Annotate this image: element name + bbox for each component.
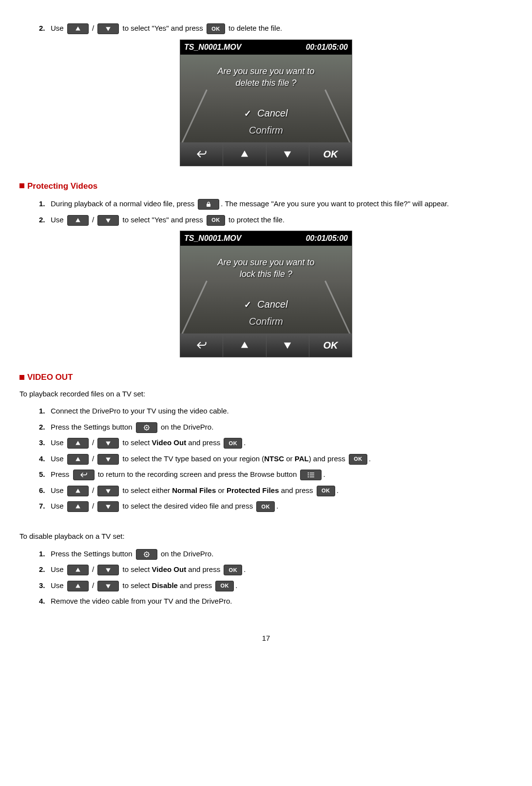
disable-step-1: 1. Press the Settings button on the Driv… — [39, 547, 513, 561]
vo-step-6: 6. Use / to select either Normal Files o… — [39, 484, 513, 498]
up-button-icon — [67, 215, 89, 226]
down-button-icon — [97, 565, 119, 575]
ss1-nav-back-icon — [180, 142, 223, 166]
up-button-icon — [67, 454, 89, 465]
up-button-icon — [67, 438, 89, 449]
section-video-out-title: VIDEO OUT — [19, 371, 513, 384]
ok-button-icon: OK — [256, 501, 275, 512]
ss2-nav-ok: OK — [309, 334, 352, 357]
browse-button-icon — [300, 470, 322, 480]
ss1-nav-up-icon — [223, 142, 266, 166]
settings-button-icon — [136, 549, 157, 560]
up-button-icon — [67, 565, 89, 575]
ok-button-icon: OK — [317, 486, 335, 496]
ss2-cancel: Cancel — [180, 297, 352, 312]
ss1-cancel: Cancel — [180, 106, 352, 120]
down-button-icon — [97, 23, 119, 34]
ok-button-icon: OK — [207, 23, 225, 34]
ok-button-icon: OK — [224, 565, 242, 575]
down-button-icon — [97, 501, 119, 512]
up-button-icon — [67, 23, 89, 34]
ok-button-icon: OK — [224, 438, 242, 449]
up-button-icon — [67, 501, 89, 512]
down-button-icon — [97, 454, 119, 465]
ok-button-icon: OK — [207, 215, 225, 226]
vo-step-2: 2. Press the Settings button on the Driv… — [39, 420, 513, 434]
delete-step-2: 2. Use / to select "Yes" and press OK to… — [39, 21, 513, 36]
ss1-nav-down-icon — [266, 142, 309, 166]
ss2-nav-down-icon — [266, 334, 309, 357]
ss2-nav-back-icon — [180, 334, 223, 357]
ss1-filename: TS_N0001.MOV — [184, 41, 241, 53]
ok-button-icon: OK — [349, 454, 367, 465]
lock-button-icon — [198, 199, 219, 210]
ss1-time: 00:01/05:00 — [306, 41, 348, 53]
vo-step-4: 4. Use / to select the TV type based on … — [39, 452, 513, 466]
protect-step-1: 1. During playback of a normal video fil… — [39, 197, 513, 211]
down-button-icon — [97, 581, 119, 591]
lock-confirm-screenshot: TS_N0001.MOV 00:01/05:00 Are you sure yo… — [180, 231, 352, 357]
ss2-filename: TS_N0001.MOV — [184, 233, 241, 244]
video-out-intro: To playback recorded files on a TV set: — [19, 389, 513, 400]
up-button-icon — [67, 581, 89, 591]
ss1-nav-ok: OK — [309, 142, 352, 166]
disable-step-4: 4. Remove the video cable from your TV a… — [39, 594, 513, 609]
ok-button-icon: OK — [215, 581, 234, 591]
ss2-time: 00:01/05:00 — [306, 233, 348, 244]
disable-step-2: 2. Use / to select Video Out and press O… — [39, 563, 513, 577]
down-button-icon — [97, 438, 119, 449]
vo-step-7: 7. Use / to select the desired video fil… — [39, 499, 513, 513]
section-protecting-title: Protecting Videos — [19, 180, 513, 193]
down-button-icon — [97, 486, 119, 496]
vo-step-5: 5. Press to return to the recording scre… — [39, 468, 513, 482]
settings-button-icon — [136, 422, 157, 433]
vo-step-1: 1. Connect the DrivePro to your TV using… — [39, 404, 513, 418]
up-button-icon — [67, 486, 89, 496]
page-number: 17 — [19, 633, 513, 644]
disable-step-3: 3. Use / to select Disable and press OK. — [39, 579, 513, 593]
ss2-nav-up-icon — [223, 334, 266, 357]
ss1-confirm: Confirm — [180, 123, 352, 138]
ss1-message: Are you sure you want to delete this fil… — [180, 65, 352, 89]
down-button-icon — [97, 215, 119, 226]
ss2-message: Are you sure you want to lock this file … — [180, 256, 352, 280]
vo-step-3: 3. Use / to select Video Out and press O… — [39, 436, 513, 450]
video-out-disable-intro: To disable playback on a TV set: — [19, 531, 513, 542]
delete-confirm-screenshot: TS_N0001.MOV 00:01/05:00 Are you sure yo… — [180, 39, 352, 166]
ss2-confirm: Confirm — [180, 314, 352, 329]
back-button-icon — [73, 470, 95, 480]
protect-step-2: 2. Use / to select "Yes" and press OK to… — [39, 213, 513, 227]
